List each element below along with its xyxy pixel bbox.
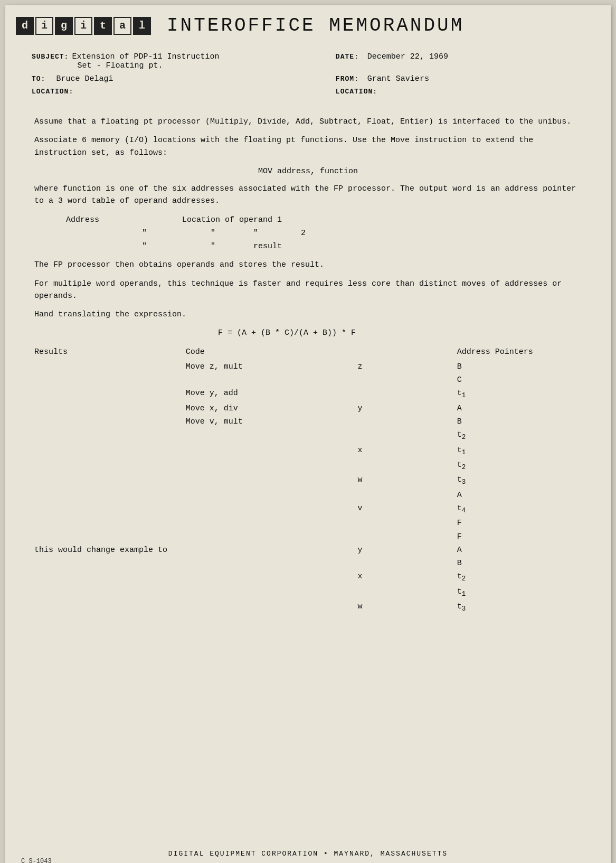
result-cell [34, 360, 175, 373]
result-cell [34, 428, 175, 443]
paragraph1: Assume that a floating pt processor (Mul… [34, 116, 582, 128]
addr-ptr-cell: t2 [425, 570, 582, 585]
table-data-row1: " " " 2 [66, 227, 582, 239]
result-val-cell [347, 373, 425, 387]
result-val-cell: x [347, 444, 425, 458]
table-row: w t3 [34, 600, 582, 615]
table-row: C [34, 373, 582, 387]
code-cell [175, 489, 347, 502]
location-right: LOCATION: [336, 88, 584, 96]
paragraph5: For multiple word operands, this techniq… [34, 278, 582, 303]
footer-text: DIGITAL EQUIPMENT CORPORATION • MAYNARD,… [168, 850, 448, 858]
subject-line1: Extension of PDP-11 Instruction [72, 52, 219, 61]
quote1: " [66, 227, 182, 239]
result-cell [34, 517, 175, 530]
addr-ptr-cell: t1 [425, 387, 582, 401]
code-cell [175, 585, 347, 600]
location-row2: " result [182, 240, 393, 252]
table-row: Move x, div y A [34, 402, 582, 415]
result-val-cell [347, 530, 425, 543]
col-location-header: Location of operand 1 [182, 214, 393, 226]
result-cell [34, 373, 175, 387]
addr-ptr-cell: t1 [425, 585, 582, 600]
logo-l: l [133, 17, 151, 35]
date-label: DATE: [336, 53, 359, 61]
location-row1: " " 2 [182, 227, 393, 239]
quote2: " [66, 240, 182, 252]
addr-ptr-col-header: Address Pointers [425, 345, 582, 360]
code-cell [175, 543, 347, 557]
from-value: Grant Saviers [367, 74, 429, 83]
result-val-cell [347, 517, 425, 530]
addr-ptr-cell: B [425, 415, 582, 428]
addr-ptr-cell: t2 [425, 458, 582, 473]
addr-ptr-cell: t1 [425, 444, 582, 458]
table-row: x t1 [34, 444, 582, 458]
code-cell [175, 458, 347, 473]
result-cell [34, 489, 175, 502]
table-row: this would change example to y A [34, 543, 582, 557]
to-from-row: TO: Bruce Delagi FROM: Grant Saviers [32, 74, 584, 83]
result-cell [34, 387, 175, 401]
table-row: w t3 [34, 473, 582, 488]
table-row: Move z, mult z B [34, 360, 582, 373]
paragraph4: The FP processor then obtains operands a… [34, 259, 582, 271]
code-cell [175, 444, 347, 458]
mov-instruction: MOV address, function [34, 165, 582, 177]
expression: F = (A + (B * C)/(A + B)) * F [0, 327, 582, 339]
addr-ptr-cell: t4 [425, 502, 582, 517]
result-cell [34, 415, 175, 428]
subject-date-row: SUBJECT: Extension of PDP-11 Instruction… [32, 52, 584, 70]
result-cell [34, 557, 175, 570]
addr-ptr-cell: A [425, 402, 582, 415]
date-value: December 22, 1969 [367, 52, 448, 61]
result-val-cell [347, 428, 425, 443]
result-val-cell [347, 585, 425, 600]
code-cell [175, 428, 347, 443]
addr-ptr-cell: B [425, 557, 582, 570]
result-val-cell: z [347, 360, 425, 373]
location-label-left: LOCATION: [32, 88, 73, 96]
code-cell [175, 502, 347, 517]
result-val-cell: y [347, 543, 425, 557]
result-val-cell: x [347, 570, 425, 585]
from-field: FROM: Grant Saviers [336, 74, 584, 83]
code-cell: Move x, div [175, 402, 347, 415]
to-field: TO: Bruce Delagi [32, 74, 336, 83]
result-cell: this would change example to [34, 543, 175, 557]
subject-line2: Set - Floating pt. [72, 61, 219, 70]
result-cell [34, 458, 175, 473]
result-cell [34, 530, 175, 543]
result-val-cell [347, 387, 425, 401]
result-val-cell: w [347, 600, 425, 615]
results-col-header: Results [34, 345, 175, 360]
header: d i g i t a l INTEROFFICE MEMORANDUM [5, 5, 611, 42]
memo-fields: SUBJECT: Extension of PDP-11 Instruction… [5, 42, 611, 105]
addr-ptr-cell: t3 [425, 473, 582, 488]
body-content: Assume that a floating pt processor (Mul… [5, 105, 611, 631]
footer: DIGITAL EQUIPMENT CORPORATION • MAYNARD,… [5, 850, 611, 858]
addr-ptr-cell: t2 [425, 428, 582, 443]
addr-ptr-cell: A [425, 543, 582, 557]
table-row: t2 [34, 458, 582, 473]
result-val-cell [347, 415, 425, 428]
code-col-header: Code [175, 345, 347, 360]
results-table: Results Code Address Pointers Move z, mu… [34, 345, 582, 615]
result-cell [34, 444, 175, 458]
logo-g: g [55, 17, 73, 35]
logo-i2: i [74, 17, 92, 35]
addr-ptr-cell: F [425, 530, 582, 543]
addr-ptr-cell: t3 [425, 600, 582, 615]
table-row: Move y, add t1 [34, 387, 582, 401]
result-val-cell [347, 557, 425, 570]
result-cell [34, 600, 175, 615]
table-row: F [34, 530, 582, 543]
subject-label: SUBJECT: [32, 53, 69, 61]
addr-ptr-cell: B [425, 360, 582, 373]
to-label: TO: [32, 75, 45, 83]
table-row: A [34, 489, 582, 502]
code-cell [175, 557, 347, 570]
memo-title: INTEROFFICE MEMORANDUM [167, 15, 464, 36]
result-val-cell: v [347, 502, 425, 517]
from-label: FROM: [336, 75, 359, 83]
